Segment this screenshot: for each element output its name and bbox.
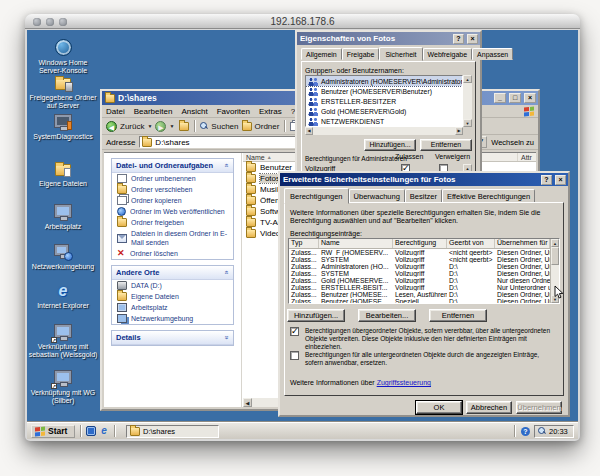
minimize-button[interactable]: _: [494, 93, 506, 103]
scroll-up-icon[interactable]: ▲: [463, 75, 472, 83]
permission-entry-row[interactable]: Zulass... Gold (HOMESERVE... Vollzugriff…: [289, 277, 550, 284]
file-tasks-header[interactable]: Datei- und Ordneraufgaben «: [112, 159, 233, 173]
attr-column-header[interactable]: Attr: [518, 153, 536, 161]
add-button[interactable]: Hinzufügen...: [364, 139, 416, 151]
scroll-left-icon[interactable]: ◀: [305, 127, 313, 135]
tab-besitzer[interactable]: Besitzer: [405, 189, 442, 203]
place-arbeitsplatz[interactable]: Arbeitsplatz: [112, 302, 233, 313]
scroll-left-icon[interactable]: ◀: [243, 398, 252, 407]
menu-favoriten[interactable]: Favoriten: [217, 107, 250, 116]
col-geerbt-von[interactable]: Geerbt von: [447, 239, 495, 248]
magnifier-tray-icon[interactable]: [538, 427, 546, 435]
desktop-icon-netzwerkumgebung[interactable]: Netzwerkumgebung: [27, 243, 99, 271]
col-typ[interactable]: Typ: [289, 239, 319, 248]
forward-icon[interactable]: ▶: [155, 121, 166, 132]
window-traffic-lights[interactable]: [33, 18, 67, 26]
group-row-netzwerkdienst[interactable]: NETZWERKDIENST: [306, 116, 462, 126]
place-data-d[interactable]: DATA (D:): [112, 280, 233, 291]
tab-allgemein[interactable]: Allgemein: [301, 48, 342, 60]
desktop-icon-arbeitsplatz[interactable]: Arbeitsplatz: [27, 203, 99, 231]
place-eigene-dateien[interactable]: Eigene Dateien: [112, 291, 233, 302]
scroll-down-icon[interactable]: ▼: [463, 119, 472, 127]
folders-icon[interactable]: [242, 122, 252, 131]
menu-datei[interactable]: Datei: [106, 107, 125, 116]
menu-bearbeiten[interactable]: Bearbeiten: [134, 107, 173, 116]
tab-freigabe[interactable]: Freigabe: [342, 48, 380, 60]
task-rename-folder[interactable]: Ordner umbenennen: [112, 173, 233, 184]
close-button[interactable]: ×: [555, 175, 566, 185]
collapse-chevron-icon[interactable]: «: [224, 271, 231, 275]
search-button-label[interactable]: Suchen: [211, 122, 238, 131]
replace-permissions-checkbox[interactable]: [290, 351, 299, 360]
maximize-button[interactable]: □: [509, 93, 521, 103]
permission-entry-row[interactable]: Zulass... RW_F (HOMESERV... Vollzugriff …: [289, 249, 550, 256]
group-row-administratoren[interactable]: Administratoren (HOMESERVER\Administrato…: [306, 76, 462, 86]
add-button[interactable]: Hinzufügen...: [287, 309, 345, 322]
group-row-ersteller-besitzer[interactable]: ERSTELLER-BESITZER: [306, 96, 462, 106]
permission-entry-row[interactable]: Zulass... SYSTEM Vollzugriff D:\ Diesen …: [289, 270, 550, 277]
desktop-icon-internet-explorer[interactable]: e Internet Explorer: [27, 282, 99, 310]
vertical-scrollbar[interactable]: ▲ ▼: [463, 75, 472, 127]
permission-entry-row[interactable]: Zulass... ERSTELLER-BESIT... Vollzugriff…: [289, 284, 550, 291]
tab-berechtigungen[interactable]: Berechtigungen: [284, 188, 349, 204]
desktop-icon-whs-console[interactable]: Windows Home Server-Konsole: [27, 39, 99, 75]
up-icon[interactable]: [179, 122, 189, 131]
permission-entry-row[interactable]: Zulass... Benutzer (HOMESE... Speziell D…: [289, 298, 550, 303]
table-header-row[interactable]: Typ Name Berechtigung Geerbt von Überneh…: [289, 239, 550, 249]
tab-anpassen[interactable]: Anpassen: [472, 48, 513, 60]
forward-dropdown-icon[interactable]: ▼: [169, 123, 174, 129]
permission-entry-row[interactable]: Zulass... SYSTEM Vollzugriff <nicht geer…: [289, 256, 550, 263]
expand-chevron-icon[interactable]: «: [224, 336, 231, 340]
help-button[interactable]: ?: [453, 34, 464, 44]
other-places-header[interactable]: Andere Orte «: [112, 266, 233, 280]
host-titlebar[interactable]: 192.168.178.6: [25, 14, 580, 29]
task-email-files[interactable]: Dateien in diesem Ordner in E-Mail sende…: [112, 228, 233, 248]
permission-entry-row[interactable]: Zulass... Administratoren (HO... Vollzug…: [289, 263, 550, 270]
menu-extras[interactable]: Extras: [259, 107, 282, 116]
ok-button[interactable]: OK: [416, 401, 462, 414]
apply-button[interactable]: Übernehmen: [516, 401, 562, 414]
place-netzwerkumgebung[interactable]: Netzwerkumgebung: [112, 313, 233, 324]
scroll-right-icon[interactable]: ▶: [455, 127, 463, 135]
tab-ueberwachung[interactable]: Überwachung: [349, 189, 405, 203]
help-tray-icon[interactable]: ?: [521, 427, 530, 436]
scroll-up-icon[interactable]: ▲: [551, 239, 559, 247]
help-button[interactable]: ?: [541, 175, 552, 185]
folders-button-label[interactable]: Ordner: [255, 122, 280, 131]
col-berechtigung[interactable]: Berechtigung: [393, 239, 447, 248]
back-icon[interactable]: ◀: [106, 121, 117, 132]
remove-button[interactable]: Entfernen: [429, 309, 487, 322]
edit-button[interactable]: Bearbeiten...: [358, 309, 416, 322]
start-button[interactable]: Start: [31, 425, 75, 438]
zoom-icon[interactable]: [59, 18, 67, 26]
col-uebernehmen-fuer[interactable]: Übernehmen für: [495, 239, 550, 248]
desktop-icon-shortcut-wg[interactable]: ↗ Verknüpfung mit WG (Silber): [27, 369, 99, 405]
zugriffssteuerung-link[interactable]: Zugriffssteuerung: [377, 379, 431, 386]
properties-titlebar[interactable]: Eigenschaften von Fotos ? ×: [297, 32, 480, 45]
details-header[interactable]: Details «: [112, 331, 233, 345]
permission-entry-row[interactable]: Zulass... Benutzer (HOMESE... Lesen, Aus…: [289, 291, 550, 298]
group-row-gold[interactable]: Gold (HOMESERVER\Gold): [306, 106, 462, 116]
task-move-folder[interactable]: Ordner verschieben: [112, 184, 233, 195]
internet-explorer-icon[interactable]: e: [99, 426, 109, 436]
minimize-icon[interactable]: [46, 18, 54, 26]
tab-effektive-berechtigungen[interactable]: Effektive Berechtigungen: [442, 189, 535, 203]
close-button[interactable]: ×: [467, 34, 478, 44]
inherit-permissions-checkbox[interactable]: [290, 327, 299, 336]
cancel-button[interactable]: Abbrechen: [466, 401, 512, 414]
task-copy-folder[interactable]: Ordner kopieren: [112, 195, 233, 206]
advanced-titlebar[interactable]: Erweiterte Sicherheitseinstellungen für …: [280, 173, 568, 186]
taskbar-button-dshares[interactable]: D:\shares: [126, 425, 219, 438]
search-icon[interactable]: [200, 122, 208, 130]
show-desktop-icon[interactable]: [86, 426, 96, 436]
horizontal-scrollbar[interactable]: ◀ ▶: [305, 127, 463, 135]
task-publish-web[interactable]: Ordner im Web veröffentlichen: [112, 206, 233, 217]
tab-webfreigabe[interactable]: Webfreigabe: [423, 48, 473, 60]
collapse-chevron-icon[interactable]: «: [224, 164, 231, 168]
col-name[interactable]: Name: [319, 239, 393, 248]
close-button[interactable]: ×: [524, 93, 536, 103]
task-share-folder[interactable]: Ordner freigeben: [112, 217, 233, 228]
task-delete-folder[interactable]: ✕Ordner löschen: [112, 248, 233, 259]
desktop-icon-shared-folders[interactable]: Freigegebene Ordner auf Server: [27, 74, 99, 110]
back-dropdown-icon[interactable]: ▼: [147, 123, 152, 129]
